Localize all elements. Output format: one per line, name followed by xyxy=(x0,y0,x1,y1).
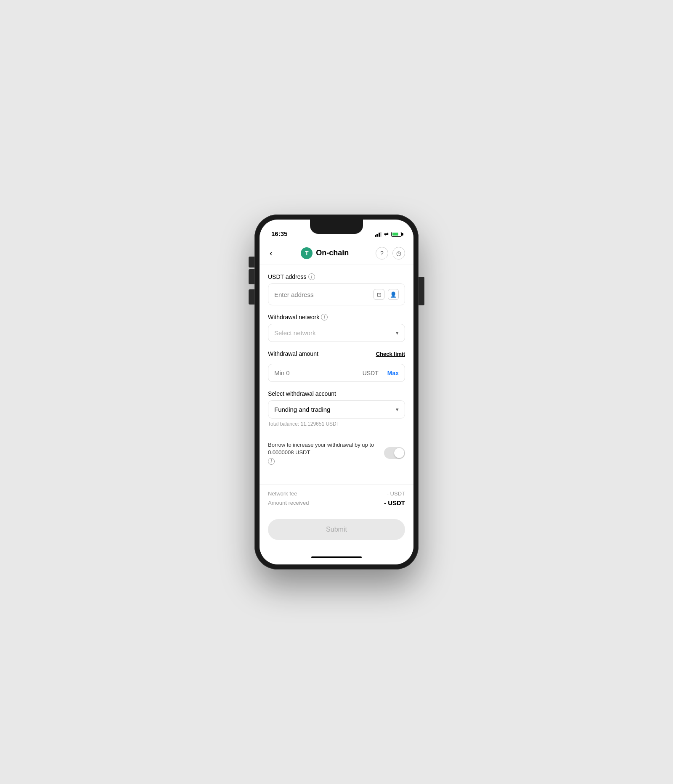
network-fee-value: - USDT xyxy=(387,490,405,497)
address-input-icons: ⊡ 👤 xyxy=(374,289,399,300)
question-icon: ? xyxy=(380,250,384,257)
amount-label: Withdrawal amount xyxy=(268,350,318,357)
account-select[interactable]: Funding and trading ▾ xyxy=(268,400,405,418)
check-limit-button[interactable]: Check limit xyxy=(376,351,405,357)
address-input[interactable] xyxy=(274,291,374,298)
vertical-divider xyxy=(383,370,383,376)
max-button[interactable]: Max xyxy=(387,370,399,376)
notch xyxy=(310,220,363,234)
header: ‹ T On-chain ? ◷ xyxy=(260,241,413,265)
home-bar xyxy=(311,556,362,558)
amount-received-label: Amount received xyxy=(268,500,309,506)
network-select[interactable]: Select network ▾ xyxy=(268,324,405,342)
status-time: 16:35 xyxy=(271,230,287,237)
network-label: Withdrawal network i xyxy=(268,314,405,320)
amount-input[interactable] xyxy=(274,369,363,376)
battery-icon xyxy=(391,232,402,237)
page-title: On-chain xyxy=(316,249,349,257)
network-info-icon[interactable]: i xyxy=(321,314,328,320)
submit-button[interactable]: Submit xyxy=(268,519,405,540)
fee-section: Network fee - USDT Amount received - USD… xyxy=(260,484,413,515)
amount-received-row: Amount received - USDT xyxy=(268,499,405,506)
borrow-text: Borrow to increase your withdrawal by up… xyxy=(268,441,379,465)
address-input-container: ⊡ 👤 xyxy=(268,283,405,305)
network-fee-label: Network fee xyxy=(268,490,297,497)
borrow-toggle[interactable] xyxy=(384,447,405,459)
contact-button[interactable]: 👤 xyxy=(388,289,399,300)
network-chevron-icon: ▾ xyxy=(396,330,399,336)
amount-input-container: USDT Max xyxy=(268,364,405,382)
account-field-group: Select withdrawal account Funding and tr… xyxy=(268,390,405,427)
amount-received-value: - USDT xyxy=(384,499,405,506)
history-button[interactable]: ◷ xyxy=(392,247,405,260)
scan-icon: ⊡ xyxy=(377,291,382,298)
back-button[interactable]: ‹ xyxy=(268,246,274,260)
form-area: USDT address i ⊡ 👤 xyxy=(260,265,413,471)
amount-header: Withdrawal amount Check limit xyxy=(268,350,405,357)
header-actions: ? ◷ xyxy=(376,247,405,260)
contact-icon: 👤 xyxy=(390,291,397,298)
network-field-group: Withdrawal network i Select network ▾ xyxy=(268,314,405,342)
address-info-icon[interactable]: i xyxy=(308,273,315,280)
signal-icon xyxy=(375,232,382,237)
borrow-row: Borrow to increase your withdrawal by up… xyxy=(268,435,405,471)
toggle-thumb xyxy=(394,448,404,458)
submit-area: Submit xyxy=(260,515,413,550)
borrow-info-icon[interactable]: i xyxy=(268,458,275,465)
account-chevron-icon: ▾ xyxy=(396,406,399,413)
history-icon: ◷ xyxy=(396,250,401,257)
header-center: T On-chain xyxy=(301,247,349,259)
address-field-group: USDT address i ⊡ 👤 xyxy=(268,273,405,305)
total-balance: Total balance: 11.129651 USDT xyxy=(268,421,405,427)
account-select-text: Funding and trading xyxy=(274,406,396,413)
amount-suffix: USDT Max xyxy=(363,370,399,376)
address-label: USDT address i xyxy=(268,273,405,280)
status-icons: ⇌ xyxy=(375,231,402,237)
account-label: Select withdrawal account xyxy=(268,390,405,397)
currency-label: USDT xyxy=(363,370,379,376)
amount-field-group: Withdrawal amount Check limit USDT Max xyxy=(268,350,405,382)
network-select-text: Select network xyxy=(274,329,396,336)
network-fee-row: Network fee - USDT xyxy=(268,490,405,497)
wifi-icon: ⇌ xyxy=(384,231,389,237)
tether-logo: T xyxy=(301,247,313,259)
screen-content: ‹ T On-chain ? ◷ xyxy=(260,241,413,564)
home-indicator xyxy=(260,550,413,564)
spacer xyxy=(260,471,413,484)
scan-button[interactable]: ⊡ xyxy=(374,289,384,300)
help-button[interactable]: ? xyxy=(376,247,388,260)
